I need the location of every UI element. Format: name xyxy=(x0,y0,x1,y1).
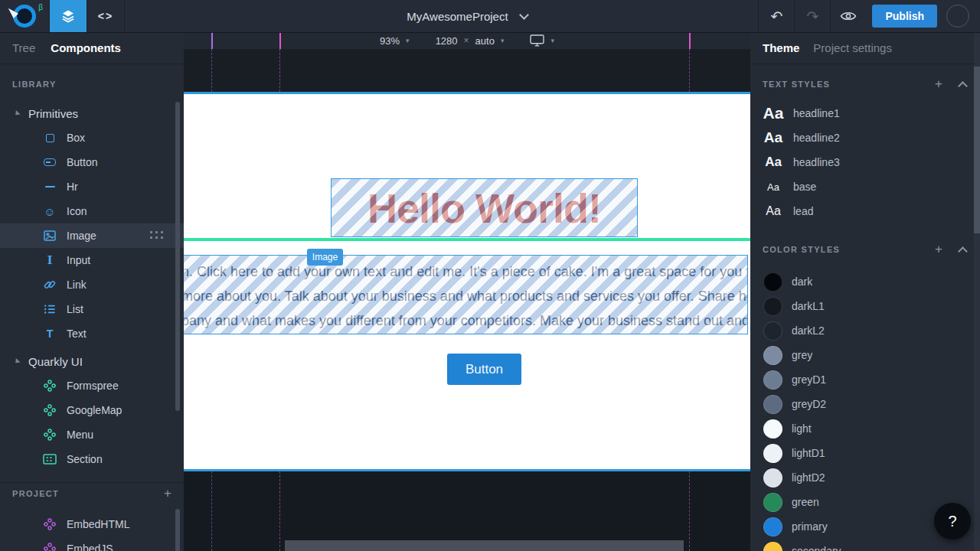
component-item-text[interactable]: T Text xyxy=(0,321,184,346)
color-style-row[interactable]: greyD1 xyxy=(750,367,980,392)
style-label: headline2 xyxy=(793,132,840,144)
text-style-row[interactable]: Aa headline1 xyxy=(750,101,980,126)
component-item-menu[interactable]: Menu xyxy=(0,422,184,447)
component-item-button[interactable]: Button xyxy=(0,150,184,174)
text-style-row[interactable]: Aa headline2 xyxy=(750,126,980,150)
top-bar: β <> MyAwesomeProject ↶ ↷ xyxy=(0,0,980,33)
publish-button[interactable]: Publish xyxy=(872,5,937,28)
image-icon xyxy=(43,230,57,242)
help-button[interactable]: ? xyxy=(934,503,971,540)
component-item-list[interactable]: List xyxy=(0,297,184,321)
eye-icon xyxy=(840,11,857,21)
component-item-formspree[interactable]: Formspree xyxy=(0,373,184,398)
undo-icon: ↶ xyxy=(770,8,782,25)
avatar[interactable] xyxy=(946,5,969,28)
group-primitives[interactable]: Primitives xyxy=(0,101,184,126)
color-style-row[interactable]: light xyxy=(750,416,980,441)
project-header-label: PROJECT xyxy=(12,489,59,498)
component-label: Section xyxy=(67,453,103,465)
page-button[interactable]: Button xyxy=(447,354,521,385)
page-paragraph[interactable]: n. Click here to add your own text and e… xyxy=(184,256,747,333)
collapse-chevron-icon[interactable] xyxy=(958,246,968,256)
color-style-row[interactable]: secondary xyxy=(750,539,980,551)
page-section[interactable]: Hello World! Image n. Click here to add … xyxy=(184,92,750,471)
guide-line[interactable] xyxy=(689,32,691,49)
text-style-row[interactable]: Aa headline3 xyxy=(750,150,980,174)
color-style-row[interactable]: lightD2 xyxy=(750,465,980,490)
color-style-row[interactable]: darkL1 xyxy=(750,294,980,318)
preview-button[interactable] xyxy=(830,0,866,32)
component-label: Hr xyxy=(67,181,78,193)
component-item-embedjs[interactable]: EmbedJS xyxy=(0,536,184,551)
color-style-row[interactable]: grey xyxy=(750,343,980,367)
tab-components[interactable]: Components xyxy=(51,41,121,54)
input-cursor-icon: I xyxy=(43,254,57,266)
guide-line[interactable] xyxy=(279,32,281,49)
viewport-size-select[interactable]: 1280 × auto ▾ xyxy=(436,35,505,47)
next-section-placeholder[interactable] xyxy=(285,540,684,551)
redo-button[interactable]: ↷ xyxy=(794,0,830,32)
component-item-link[interactable]: Link xyxy=(0,272,184,297)
component-item-icon[interactable]: ☺ Icon xyxy=(0,199,184,223)
left-panel-tabs: Tree Components xyxy=(0,32,184,64)
drag-handle-icon[interactable] xyxy=(150,231,164,240)
device-select[interactable]: ▾ xyxy=(530,34,554,47)
paragraph-line: more about you. Talk about your business… xyxy=(184,284,747,308)
library-header-label: LIBRARY xyxy=(12,80,57,89)
component-item-input[interactable]: I Input xyxy=(0,248,184,272)
guide-line-dashed xyxy=(279,49,280,92)
scrollbar-thumb[interactable] xyxy=(974,67,980,233)
undo-button[interactable]: ↶ xyxy=(758,0,794,32)
style-sample: Aa xyxy=(763,204,784,218)
style-sample: Aa xyxy=(763,129,784,146)
collapse-chevron-icon[interactable] xyxy=(958,81,968,91)
quarkly-editor: β <> MyAwesomeProject ↶ ↷ xyxy=(0,0,980,551)
text-style-row[interactable]: Aa base xyxy=(750,174,980,199)
component-item-box[interactable]: Box xyxy=(0,126,184,150)
color-swatch xyxy=(763,542,782,551)
times-icon: × xyxy=(464,35,469,46)
tab-project-settings[interactable]: Project settings xyxy=(813,41,892,54)
add-color-style-button[interactable]: + xyxy=(935,242,942,257)
color-style-row[interactable]: greyD2 xyxy=(750,392,980,416)
guide-line-dashed xyxy=(689,49,690,92)
scrollbar-thumb[interactable] xyxy=(175,102,180,411)
color-swatch xyxy=(763,297,782,316)
component-item-image[interactable]: Image xyxy=(0,223,184,248)
tab-theme[interactable]: Theme xyxy=(763,41,799,54)
collapse-triangle-icon xyxy=(13,109,20,116)
paragraph-drop-target[interactable]: n. Click here to add your own text and e… xyxy=(184,255,748,334)
project-name-menu[interactable]: MyAwesomeProject xyxy=(184,0,750,32)
component-item-embedhtml[interactable]: EmbedHTML xyxy=(0,512,184,536)
heading-drop-target[interactable]: Hello World! xyxy=(331,178,638,237)
color-style-row[interactable]: dark xyxy=(750,269,980,294)
tab-tree[interactable]: Tree xyxy=(12,41,35,54)
zoom-select[interactable]: 93% ▾ xyxy=(380,35,410,47)
color-style-row[interactable]: lightD1 xyxy=(750,441,980,465)
page-heading[interactable]: Hello World! xyxy=(368,184,601,232)
group-quarkly-ui[interactable]: Quarkly UI xyxy=(0,349,184,373)
add-text-style-button[interactable]: + xyxy=(935,77,942,92)
component-item-googlemap[interactable]: GoogleMap xyxy=(0,398,184,422)
topbar-actions: ↶ ↷ Publish xyxy=(758,0,980,32)
color-swatch xyxy=(763,444,782,463)
component-label: Text xyxy=(67,328,87,340)
add-component-button[interactable]: + xyxy=(164,486,172,501)
guide-line[interactable] xyxy=(211,32,213,49)
style-sample: Aa xyxy=(763,104,784,122)
component-item-section[interactable]: Section xyxy=(0,447,184,471)
layers-panel-button[interactable] xyxy=(50,0,87,32)
scrollbar-thumb[interactable] xyxy=(175,509,180,551)
color-label: greyD1 xyxy=(792,373,826,386)
chevron-down-icon: ▾ xyxy=(550,37,554,44)
color-style-row[interactable]: darkL2 xyxy=(750,318,980,343)
code-view-button[interactable]: <> xyxy=(87,0,125,32)
list-icon xyxy=(43,303,57,315)
viewport-height: auto xyxy=(475,35,495,47)
quarkly-logo[interactable]: β xyxy=(0,0,50,32)
component-label: Button xyxy=(67,156,97,168)
component-item-hr[interactable]: Hr xyxy=(0,174,184,199)
chevron-down-icon: ▾ xyxy=(406,37,410,44)
text-style-row[interactable]: Aa lead xyxy=(750,199,980,223)
component-cluster-icon xyxy=(43,380,57,392)
